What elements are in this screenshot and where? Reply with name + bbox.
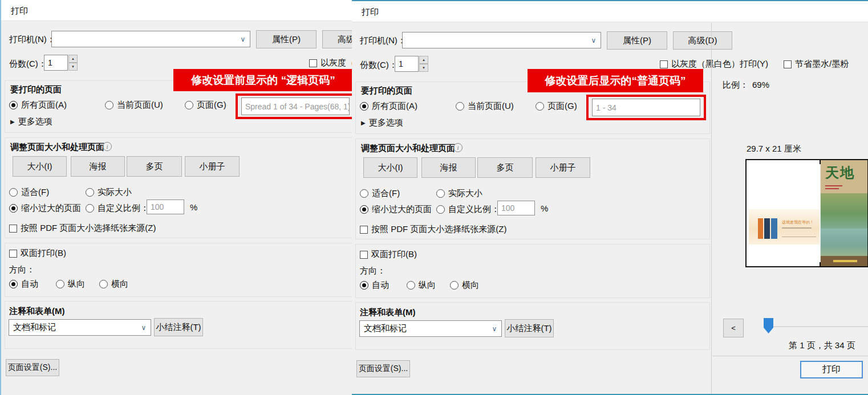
multiple-button[interactable]: 多页: [477, 157, 533, 178]
size-label: 大小(I): [378, 162, 403, 173]
grayscale-label: 以灰度（: [321, 58, 352, 68]
page-slider-thumb[interactable]: [764, 318, 773, 333]
summarize-comments-button[interactable]: 小结注释(T): [505, 319, 554, 337]
titlebar: 打印: [352, 1, 868, 22]
copies-stepper[interactable]: ▲ ▼: [68, 55, 78, 71]
radio-shrink-oversized[interactable]: 缩小过大的页面: [360, 204, 432, 215]
printer-select[interactable]: ∨: [51, 31, 250, 47]
booklet-button[interactable]: 小册子: [536, 157, 590, 178]
size-button[interactable]: 大小(I): [13, 156, 67, 177]
booklet-button[interactable]: 小册子: [185, 156, 240, 177]
radio-label: 页面(G): [547, 101, 577, 112]
grayscale-checkbox[interactable]: 以灰度（: [309, 58, 352, 68]
radio-all-pages[interactable]: 所有页面(A): [360, 101, 417, 112]
previous-page-label: <: [731, 324, 736, 332]
annotation-highlight-box: [586, 95, 706, 120]
radio-icon: [9, 188, 18, 197]
custom-scale-input[interactable]: 100: [147, 199, 184, 214]
radio-label: 当前页面(U): [468, 101, 514, 112]
info-icon[interactable]: i: [453, 143, 463, 152]
radio-all-pages[interactable]: 所有页面(A): [9, 100, 67, 111]
summarize-comments-button[interactable]: 小结注释(T): [154, 318, 203, 336]
info-icon[interactable]: i: [103, 142, 112, 151]
radio-actual-size[interactable]: 实际大小: [436, 188, 482, 199]
page-setup-button[interactable]: 页面设置(S)...: [6, 359, 59, 376]
stepper-up-icon[interactable]: ▲: [419, 56, 428, 64]
radio-pages[interactable]: 页面(G): [185, 100, 226, 111]
checkbox-icon: [360, 251, 368, 259]
previous-page-button[interactable]: <: [723, 319, 744, 337]
orientation-label: 方向：: [360, 266, 386, 276]
chevron-down-icon: ∨: [138, 321, 149, 334]
page-setup-button[interactable]: 页面设置(S)...: [356, 360, 410, 377]
page-slider-track[interactable]: [764, 326, 868, 327]
more-options-toggle[interactable]: ▶ 更多选项: [361, 117, 403, 128]
radio-fit[interactable]: 适合(F): [9, 187, 49, 198]
advanced-button[interactable]: 高级(: [322, 30, 352, 48]
copies-stepper[interactable]: ▲ ▼: [419, 56, 428, 72]
annotation-banner-ordinary: 修改设置后显示的“普通页码”: [528, 69, 703, 92]
size-button[interactable]: 大小(I): [363, 157, 417, 178]
radio-actual-size[interactable]: 实际大小: [86, 187, 132, 198]
copies-input[interactable]: 1: [44, 55, 68, 71]
paper-source-checkbox[interactable]: 按照 PDF 页面大小选择纸张来源(Z): [360, 224, 507, 235]
stepper-down-icon[interactable]: ▼: [419, 64, 428, 72]
radio-portrait[interactable]: 纵向: [56, 279, 85, 290]
radio-selected-icon: [9, 204, 18, 213]
radio-shrink-oversized[interactable]: 缩小过大的页面: [9, 203, 81, 214]
radio-portrait[interactable]: 纵向: [407, 280, 436, 291]
copies-label: 份数(C)：: [9, 59, 47, 70]
sizing-title: 调整页面大小和处理页面: [361, 143, 455, 154]
stepper-up-icon[interactable]: ▲: [68, 55, 78, 63]
more-options-toggle[interactable]: ▶ 更多选项: [10, 116, 52, 127]
radio-icon: [360, 189, 368, 198]
cover-footer-band: [821, 256, 868, 266]
radio-pages[interactable]: 页面(G): [536, 101, 577, 112]
save-toner-checkbox[interactable]: 节省墨水/墨粉: [784, 59, 849, 70]
grayscale-checkbox[interactable]: 以灰度（黑白色）打印(Y): [660, 59, 768, 70]
properties-label: 属性(P): [623, 35, 651, 46]
radio-landscape[interactable]: 横向: [99, 279, 128, 290]
radio-auto-orientation[interactable]: 自动: [9, 279, 38, 290]
properties-button[interactable]: 属性(P): [607, 31, 667, 50]
radio-current-page[interactable]: 当前页面(U): [456, 101, 514, 112]
comments-select[interactable]: 文档和标记 ∨: [9, 319, 151, 336]
checkbox-icon: [360, 226, 368, 234]
footer-separator: [712, 356, 868, 356]
more-options-label: 更多选项: [369, 117, 403, 128]
printer-select[interactable]: ∨: [402, 32, 601, 48]
radio-landscape[interactable]: 横向: [450, 280, 479, 291]
radio-label: 缩小过大的页面: [21, 203, 81, 214]
paper-source-checkbox[interactable]: 按照 PDF 页面大小选择纸张来源(Z): [9, 223, 156, 234]
comments-select[interactable]: 文档和标记 ∨: [359, 320, 502, 337]
radio-icon: [450, 281, 459, 290]
multiple-label: 多页: [146, 161, 163, 172]
advanced-button[interactable]: 高级(D): [673, 31, 732, 50]
poster-button[interactable]: 海报: [71, 156, 125, 177]
duplex-checkbox[interactable]: 双面打印(B): [360, 249, 417, 260]
stepper-down-icon[interactable]: ▼: [68, 63, 78, 71]
radio-current-page[interactable]: 当前页面(U): [105, 100, 163, 111]
checkbox-icon: [9, 250, 17, 258]
properties-button[interactable]: 属性(P): [256, 30, 317, 48]
annotation-banner-logical: 修改设置前显示的 “逻辑页码”: [173, 69, 352, 91]
radio-label: 自动: [372, 280, 389, 291]
radio-custom-scale[interactable]: 自定义比例：: [86, 203, 149, 214]
radio-label: 缩小过大的页面: [372, 204, 432, 215]
duplex-checkbox[interactable]: 双面打印(B): [9, 248, 66, 259]
scale-label: 比例：: [723, 80, 748, 91]
poster-button[interactable]: 海报: [421, 157, 476, 178]
annotation-highlight-box: [236, 93, 352, 119]
radio-selected-icon: [360, 102, 368, 111]
copies-input[interactable]: 1: [395, 56, 419, 72]
radio-fit[interactable]: 适合(F): [360, 188, 400, 199]
print-button[interactable]: 打印: [800, 361, 863, 378]
page-preview-thumbnail: 这就是我在等的！ 天地: [745, 159, 868, 267]
properties-label: 属性(P): [272, 34, 301, 45]
advanced-label: 高级(D): [688, 35, 717, 46]
radio-auto-orientation[interactable]: 自动: [360, 280, 389, 291]
printer-label: 打印机(N)：: [360, 35, 406, 46]
custom-scale-input[interactable]: 100: [497, 201, 535, 215]
radio-custom-scale[interactable]: 自定义比例：: [436, 204, 500, 215]
multiple-button[interactable]: 多页: [127, 156, 182, 177]
